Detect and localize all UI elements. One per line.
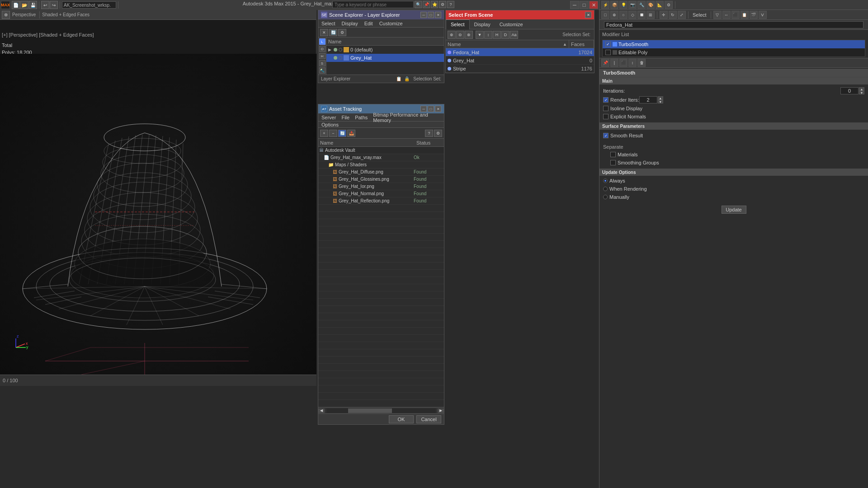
rp-icon3[interactable]: 💡: [619, 1, 627, 9]
iterations-down-btn[interactable]: ▼: [859, 91, 864, 94]
object-name-input[interactable]: [604, 21, 863, 28]
at-remove-btn[interactable]: −: [329, 130, 337, 137]
sfs-select-none-btn[interactable]: ⊖: [456, 31, 464, 39]
mod-item-turbosmooth[interactable]: ✓ TurboSmooth: [603, 40, 865, 48]
at-scroll-right[interactable]: ▶: [438, 408, 444, 413]
iterations-up-btn[interactable]: ▲: [859, 87, 864, 91]
render-iters-input[interactable]: [639, 96, 657, 103]
undo-btn[interactable]: ↩: [41, 1, 49, 9]
at-row-glossines[interactable]: 🖼 Grey_Hat_Glossines.png Found: [318, 176, 444, 183]
at-row-max-file[interactable]: 📄 Grey_Hat_max_vray.max Ok: [318, 154, 444, 161]
se-sync-btn[interactable]: 🔄: [329, 29, 337, 36]
sfs-tab-display[interactable]: Display: [470, 19, 495, 29]
at-minimize-btn[interactable]: ─: [420, 106, 427, 112]
se-layer-row-grey-hat[interactable]: Grey_Hat: [326, 54, 444, 62]
at-row-maps[interactable]: 📁 Maps / Shaders: [318, 161, 444, 169]
se-object-icon[interactable]: O: [319, 46, 326, 52]
at-scroll-track[interactable]: [326, 408, 436, 413]
at-row-ior[interactable]: 🖼 Grey_Hat_Ior.png Found: [318, 183, 444, 190]
rp-sel-icon2[interactable]: ⊕: [610, 11, 618, 19]
smoothing-checkbox[interactable]: [610, 160, 616, 165]
surface-params-section[interactable]: Surface Parameters: [599, 122, 868, 130]
mod-pin1[interactable]: 📌: [601, 59, 609, 67]
se-state-icon[interactable]: S: [319, 60, 326, 66]
rp-icon4[interactable]: 📷: [628, 1, 637, 9]
sfs-cases-btn[interactable]: Aa: [510, 31, 518, 39]
mod-pin5[interactable]: 🗑: [637, 59, 646, 67]
at-row-reflection[interactable]: 🖼 Grey_Hat_Reflection.png Found: [318, 197, 444, 205]
se-menu-display[interactable]: Display: [340, 21, 359, 26]
se-menu-customize[interactable]: Customize: [378, 21, 404, 26]
update-options-section[interactable]: Update Options: [599, 169, 868, 176]
sfs-hierarchy-btn[interactable]: H: [493, 31, 501, 39]
rp-sel-icon6[interactable]: ⊞: [646, 11, 655, 19]
when-rendering-radio[interactable]: [603, 187, 608, 191]
at-menu-server[interactable]: Server: [320, 115, 337, 120]
rp-sel-icon1[interactable]: □: [601, 11, 609, 19]
rp-sel-icon5[interactable]: 🔲: [637, 11, 646, 19]
sfs-tab-customize[interactable]: Customize: [495, 19, 528, 29]
redo-btn[interactable]: ↪: [50, 1, 58, 9]
rp-align-icon[interactable]: ⬛: [731, 11, 740, 19]
rp-icon1[interactable]: ⚡: [601, 1, 609, 9]
mod-check-turbosmooth[interactable]: ✓: [605, 42, 611, 47]
se-hier-icon[interactable]: H: [319, 53, 326, 59]
help-icon[interactable]: ?: [447, 1, 454, 8]
isoline-checkbox[interactable]: [603, 106, 609, 111]
se-layer-row-default[interactable]: ▶ 0 (default): [326, 46, 444, 54]
se-light-icon[interactable]: 🔦: [319, 67, 326, 74]
se-minimize-btn[interactable]: ─: [420, 12, 427, 18]
sfs-invert-btn[interactable]: ⊗: [465, 31, 473, 39]
always-radio[interactable]: [603, 178, 608, 183]
restore-main-btn[interactable]: □: [580, 1, 589, 9]
at-menu-options[interactable]: Options: [320, 122, 340, 127]
at-settings-btn[interactable]: ⚙: [434, 130, 442, 137]
render-iters-up-btn[interactable]: ▲: [658, 96, 663, 100]
rp-filter-icon[interactable]: ▽: [713, 11, 722, 19]
se-restore-btn[interactable]: □: [428, 12, 434, 18]
new-btn[interactable]: 📄: [12, 1, 20, 9]
smooth-result-checkbox[interactable]: [603, 133, 609, 138]
sfs-row-grey-hat[interactable]: Grey_Hat 0: [446, 56, 594, 65]
se-menu-edit[interactable]: Edit: [363, 21, 374, 26]
at-row-diffuse[interactable]: 🖼 Grey_Hat_Diffuse.png Found: [318, 169, 444, 176]
at-close-btn[interactable]: ✕: [435, 106, 441, 112]
materials-checkbox[interactable]: [610, 152, 616, 157]
app-logo[interactable]: MAX: [1, 1, 10, 9]
se-close-btn[interactable]: ✕: [435, 12, 441, 18]
at-add-btn[interactable]: +: [320, 130, 328, 137]
rp-vray-icon[interactable]: V: [759, 11, 767, 19]
sfs-close-btn[interactable]: ✕: [585, 12, 591, 18]
sfs-row-fedora-hat[interactable]: Fedora_Hat 17024: [446, 48, 594, 56]
sfs-tab-select[interactable]: Select: [446, 19, 470, 29]
se-options-btn[interactable]: ⚙: [338, 29, 346, 36]
explicit-checkbox[interactable]: [603, 114, 609, 119]
at-export-btn[interactable]: 📤: [347, 130, 355, 137]
rp-move-icon[interactable]: ✛: [660, 11, 668, 19]
at-row-vault[interactable]: 🏛 Autodesk Vault: [318, 147, 444, 154]
mod-pin2[interactable]: |: [610, 59, 618, 67]
at-refresh-btn[interactable]: 🔄: [338, 130, 346, 137]
sfs-filter-btn[interactable]: ▼: [476, 31, 484, 39]
search-icon[interactable]: 🔍: [415, 1, 422, 8]
save-btn[interactable]: 💾: [29, 1, 37, 9]
mod-check-editable-poly[interactable]: [605, 50, 611, 55]
star-icon[interactable]: ⭐: [431, 1, 438, 8]
rp-mirror-icon[interactable]: ↔: [722, 11, 731, 19]
at-menu-file[interactable]: File: [340, 115, 351, 120]
se-layer-icon[interactable]: L: [319, 38, 326, 45]
rp-sel-icon4[interactable]: ◇: [628, 11, 637, 19]
manually-radio[interactable]: [603, 195, 608, 199]
render-iters-down-btn[interactable]: ▼: [658, 100, 663, 103]
render-iters-checkbox[interactable]: [603, 97, 609, 103]
rp-icon6[interactable]: 🎨: [646, 1, 655, 9]
rp-rotate-icon[interactable]: ↻: [669, 11, 677, 19]
mod-pin3[interactable]: ⬛: [619, 59, 627, 67]
search-input[interactable]: [332, 1, 414, 8]
iterations-input[interactable]: [840, 87, 859, 94]
at-row-normal[interactable]: 🖼 Grey_Hat_Normal.png Found: [318, 190, 444, 197]
at-menu-bitmap[interactable]: Bitmap Performance and Memory: [372, 112, 442, 123]
update-btn[interactable]: Update: [722, 206, 746, 214]
at-restore-btn[interactable]: □: [428, 106, 434, 112]
rp-icon2[interactable]: 📦: [610, 1, 618, 9]
